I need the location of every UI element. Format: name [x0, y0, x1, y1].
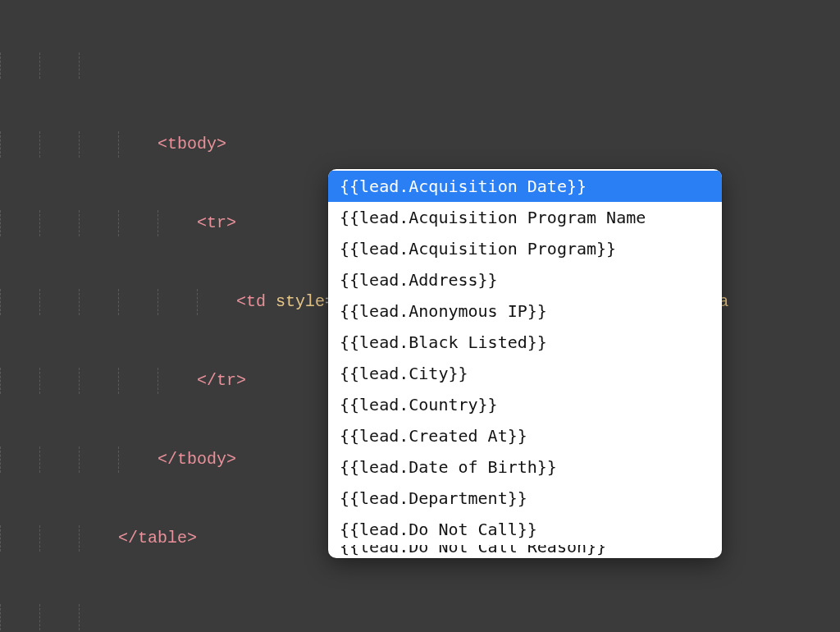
autocomplete-item[interactable]: {{lead.Acquisition Program}}	[328, 233, 722, 264]
autocomplete-item[interactable]: {{lead.Anonymous IP}}	[328, 295, 722, 327]
autocomplete-popup[interactable]: {{lead.Acquisition Date}} {{lead.Acquisi…	[328, 169, 722, 558]
close-tbody: tbody	[177, 450, 226, 469]
close-tr: tr	[217, 371, 236, 390]
tag-td: td	[246, 292, 266, 311]
autocomplete-item[interactable]: {{lead.Address}}	[328, 264, 722, 295]
autocomplete-item[interactable]: {{lead.Do Not Call}}	[328, 514, 722, 545]
tag-tr: tr	[207, 213, 226, 232]
autocomplete-item[interactable]: {{lead.Do Not Call Reason}}	[328, 545, 722, 556]
attr-style: style	[276, 292, 325, 311]
autocomplete-item[interactable]: {{lead.Department}}	[328, 483, 722, 514]
autocomplete-item[interactable]: {{lead.Black Listed}}	[328, 327, 722, 358]
autocomplete-item[interactable]: {{lead.Acquisition Date}}	[328, 171, 722, 202]
autocomplete-item[interactable]: {{lead.City}}	[328, 358, 722, 389]
autocomplete-item[interactable]: {{lead.Country}}	[328, 389, 722, 420]
autocomplete-item[interactable]: {{lead.Date of Birth}}	[328, 451, 722, 483]
tag-tbody: tbody	[167, 135, 217, 153]
autocomplete-item[interactable]: {{lead.Created At}}	[328, 420, 722, 451]
autocomplete-item[interactable]: {{lead.Acquisition Program Name	[328, 202, 722, 233]
close-table: table	[138, 529, 187, 547]
